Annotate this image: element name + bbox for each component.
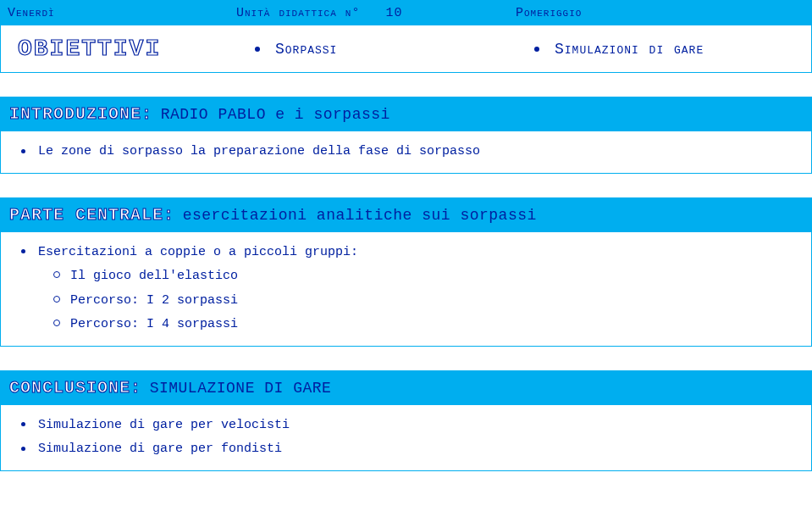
section-header: INTRODUZIONE: RADIO PABLO e i sorpassi bbox=[0, 97, 812, 131]
section-header: PARTE CENTRALE: esercitazioni analitiche… bbox=[0, 197, 812, 232]
section-introduzione: INTRODUZIONE: RADIO PABLO e i sorpassi L… bbox=[0, 97, 812, 174]
section-title: RADIO PABLO e i sorpassi bbox=[161, 106, 390, 123]
section-conclusione: CONCLUSIONE: SIMULAZIONE DI GARE Simulaz… bbox=[0, 370, 812, 471]
top-header: Venerdì Unità didattica n° 10 Pomeriggio… bbox=[0, 0, 812, 73]
sub-list-item: Percorso: I 2 sorpassi bbox=[70, 289, 803, 314]
bullet-icon bbox=[255, 47, 260, 52]
list-item-text: Esercitazioni a coppie o a piccoli grupp… bbox=[38, 245, 358, 259]
list-item: Esercitazioni a coppie o a piccoli grupp… bbox=[38, 241, 803, 337]
section-body: Le zone di sorpasso la preparazione dell… bbox=[0, 131, 812, 174]
section-header: CONCLUSIONE: SIMULAZIONE DI GARE bbox=[0, 370, 812, 405]
bullet-list: Simulazione di gare per velocisti Simula… bbox=[9, 414, 803, 462]
unit-label: Unità didattica n° 10 bbox=[236, 6, 516, 20]
sub-bullet-list: Il gioco dell'elastico Percorso: I 2 sor… bbox=[38, 264, 803, 337]
objective-text: Simulazioni di gare bbox=[555, 41, 704, 58]
objective-text: Sorpassi bbox=[275, 41, 337, 58]
sub-list-item: Il gioco dell'elastico bbox=[70, 264, 803, 289]
list-item: Le zone di sorpasso la preparazione dell… bbox=[38, 140, 803, 164]
header-row-objectives: OBIETTIVI Sorpassi Simulazioni di gare bbox=[1, 25, 811, 72]
objective-item-1: Sorpassi bbox=[236, 41, 516, 58]
section-parte-centrale: PARTE CENTRALE: esercitazioni analitiche… bbox=[0, 197, 812, 347]
bullet-list: Le zone di sorpasso la preparazione dell… bbox=[9, 140, 803, 164]
objective-item-2: Simulazioni di gare bbox=[516, 41, 804, 58]
section-body: Simulazione di gare per velocisti Simula… bbox=[0, 405, 812, 471]
section-prefix: PARTE CENTRALE: bbox=[9, 205, 174, 225]
day-label: Venerdì bbox=[8, 6, 236, 20]
section-title: SIMULAZIONE DI GARE bbox=[150, 380, 332, 397]
section-prefix: INTRODUZIONE: bbox=[9, 104, 152, 124]
bullet-icon bbox=[534, 47, 539, 52]
sub-list-item: Percorso: I 4 sorpassi bbox=[70, 313, 803, 337]
header-row-meta: Venerdì Unità didattica n° 10 Pomeriggio bbox=[1, 1, 811, 25]
bullet-list: Esercitazioni a coppie o a piccoli grupp… bbox=[9, 241, 803, 337]
list-item: Simulazione di gare per velocisti bbox=[38, 414, 803, 438]
section-title: esercitazioni analitiche sui sorpassi bbox=[183, 207, 537, 224]
section-body: Esercitazioni a coppie o a piccoli grupp… bbox=[0, 232, 812, 347]
unit-number: 10 bbox=[385, 6, 402, 20]
session-label: Pomeriggio bbox=[516, 6, 804, 20]
section-prefix: CONCLUSIONE: bbox=[9, 378, 141, 397]
list-item: Simulazione di gare per fondisti bbox=[38, 437, 803, 462]
unit-prefix: Unità didattica n° bbox=[236, 6, 360, 20]
objectives-heading: OBIETTIVI bbox=[8, 36, 236, 62]
